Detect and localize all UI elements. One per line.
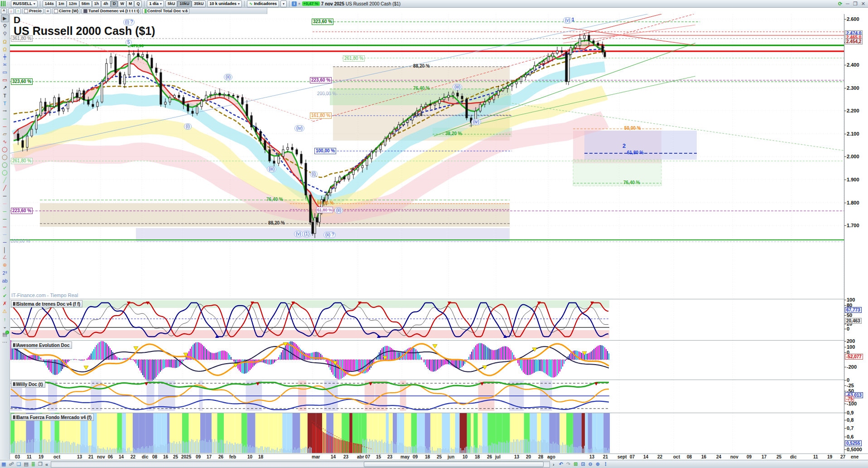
tunel-domenec-button[interactable]: Tunel Domenec v4 (t t t t t) bbox=[82, 8, 141, 14]
rect-red-tool[interactable]: ▭ bbox=[1, 76, 9, 84]
timeframe-button-1h[interactable]: 1h bbox=[92, 0, 101, 7]
date-axis[interactable]: 031119oct1321nov061422dic081625202509172… bbox=[10, 453, 868, 460]
callout-tool[interactable]: T bbox=[1, 99, 9, 107]
letters-tool[interactable]: ab bbox=[1, 277, 9, 284]
panel-header[interactable]: Willy Doc (t) bbox=[11, 380, 45, 388]
up-arrow-tool[interactable]: ↑ bbox=[1, 315, 9, 323]
hline-green2-tool[interactable]: ─ bbox=[1, 207, 9, 215]
duration-dropdown[interactable]: 1 día ▾ bbox=[147, 0, 164, 7]
ruler-tool[interactable]: ▱ bbox=[1, 130, 9, 138]
alarm-cursor-tool[interactable]: Ω bbox=[1, 38, 9, 45]
zoom-fit-icon[interactable]: ⊡ bbox=[581, 461, 585, 467]
depth-icon[interactable]: ≣ bbox=[31, 461, 35, 467]
more-tool[interactable]: ⋯ bbox=[1, 338, 9, 346]
elliott-wave-label[interactable]: (i) bbox=[310, 171, 318, 177]
chart-canvas[interactable]: D US Russell 2000 Cash ($1) IT-Finance.c… bbox=[10, 14, 844, 453]
panel-header[interactable]: Awesome Evolution Doc bbox=[11, 341, 72, 349]
minimize-button[interactable]: ─ bbox=[846, 1, 849, 6]
unit-button-10kU[interactable]: 10kU bbox=[177, 0, 192, 7]
restore-button[interactable]: ❐ bbox=[853, 1, 858, 7]
line-lightgreen-tool[interactable]: ╱ bbox=[1, 176, 9, 184]
elliott-wave-label[interactable]: 1 bbox=[572, 17, 574, 23]
thumb-up-tool[interactable]: ✔ bbox=[1, 292, 9, 300]
price-axis[interactable]: 1008067,7735020,4632002001000-52,077-200… bbox=[844, 14, 868, 453]
panel-separator[interactable] bbox=[10, 380, 868, 380]
units-dropdown[interactable]: 10 k unidades ▾ bbox=[207, 0, 242, 7]
warning-tool[interactable]: ⚠ bbox=[1, 307, 9, 315]
panel-separator[interactable] bbox=[10, 413, 868, 413]
elliott-wave-label[interactable]: (ii) bbox=[334, 207, 343, 214]
ellipse-brown-tool[interactable]: ◯ bbox=[1, 153, 9, 161]
arrow-tool[interactable]: ↗ bbox=[1, 84, 9, 92]
list-settings-button[interactable]: ≡ bbox=[45, 8, 51, 14]
timeframe-button-4h[interactable]: 4h bbox=[101, 0, 111, 7]
cierre-toggle[interactable]: Cierre (W) bbox=[52, 8, 80, 14]
chart-window-icon[interactable]: ❐ bbox=[38, 461, 43, 467]
ellipse-green-tool[interactable]: ◯ bbox=[1, 161, 9, 169]
timeframe-button-M[interactable]: M bbox=[126, 0, 135, 7]
precio-toggle[interactable]: Precio bbox=[22, 8, 43, 14]
add-chart-icon[interactable]: ⊞ bbox=[574, 461, 578, 467]
horizontal-scrollbar[interactable] bbox=[51, 461, 550, 468]
symbol-dropdown[interactable]: RUSSELL ▾ bbox=[11, 0, 38, 7]
collapse-tool[interactable]: ⌄ bbox=[1, 323, 9, 331]
hline-red2-tool[interactable]: ─ bbox=[1, 223, 9, 230]
refresh-icon[interactable]: ⟳ bbox=[838, 1, 842, 7]
link-tool[interactable]: ⊸ bbox=[1, 107, 9, 115]
zoom-out-icon[interactable]: ⊖ bbox=[588, 461, 593, 467]
panel-header[interactable]: Barra Fuerza Fondo Mercado v4 (f) bbox=[11, 414, 94, 421]
point-tool[interactable]: ┿ bbox=[1, 53, 9, 61]
undo-icon[interactable]: ↶ bbox=[559, 461, 563, 467]
elliott-wave-label[interactable]: (ii) bbox=[224, 74, 232, 80]
timeframe-button-1m[interactable]: 1m bbox=[56, 0, 67, 7]
control-total-button[interactable]: ||| Control Total Doc v.6 bbox=[142, 8, 189, 14]
indicators-button[interactable]: ∿ Indicadores bbox=[247, 0, 279, 7]
panel-separator[interactable] bbox=[10, 340, 868, 341]
hline-pink-tool[interactable]: ─ bbox=[1, 200, 9, 207]
segments-tool[interactable]: ≍ bbox=[1, 61, 9, 68]
elliott-wave-label[interactable]: (i) bbox=[184, 123, 192, 130]
angle-tool[interactable]: ∠ bbox=[1, 253, 9, 261]
timeframe-button-D[interactable]: D bbox=[111, 0, 118, 7]
panel-header[interactable]: Sistema de trenes Doc v4 (f f) bbox=[11, 300, 82, 307]
elliott-wave-label[interactable]: (iii) bbox=[453, 84, 462, 90]
elliott-wave-label[interactable]: (v) bbox=[563, 17, 572, 24]
scrollbar-thumb[interactable] bbox=[364, 462, 544, 467]
chart-plot[interactable] bbox=[10, 14, 844, 453]
elliott-wave-label[interactable]: (iv) bbox=[471, 119, 481, 125]
indicators-more-dropdown[interactable]: ▾ bbox=[280, 0, 287, 7]
cross-tool[interactable]: ✗ bbox=[1, 300, 9, 307]
columns-icon[interactable]: ⋮ bbox=[603, 461, 608, 467]
zoom-tool[interactable]: ⚲ bbox=[1, 22, 9, 30]
app-icon[interactable]: ▦ bbox=[1, 461, 6, 467]
text-tool[interactable]: T bbox=[1, 92, 9, 99]
panel-separator[interactable] bbox=[10, 299, 868, 299]
ellipse-red-tool[interactable]: ◯ bbox=[1, 146, 9, 153]
collapse-toolbar-button[interactable]: ^ bbox=[1, 8, 7, 14]
elliott-wave-label[interactable]: (iii) bbox=[267, 166, 276, 172]
comment-icon[interactable]: ❏ bbox=[17, 461, 21, 467]
elliott-wave-label[interactable]: (i) ? bbox=[123, 19, 135, 25]
arrow-up-icon[interactable]: ↑ bbox=[15, 8, 21, 14]
vline-tool[interactable]: │ bbox=[1, 246, 9, 253]
timeframe-button-56m[interactable]: 56m bbox=[79, 0, 92, 7]
scroll-right-icon[interactable]: › bbox=[553, 462, 555, 467]
elliott-wave-label[interactable]: (v) bbox=[294, 231, 303, 237]
zoom-in-icon[interactable]: ⊕ bbox=[596, 461, 600, 467]
wave-tool[interactable]: ∿ bbox=[1, 138, 9, 146]
hline-red-tool[interactable]: ─ bbox=[1, 122, 9, 130]
hline-green-tool[interactable]: ─ bbox=[1, 115, 9, 122]
ellipse-fill-tool[interactable]: ◯ bbox=[1, 169, 9, 176]
hline-darkblue-tool[interactable]: ─ bbox=[1, 238, 9, 246]
elliott-wave-label[interactable]: (iv) bbox=[294, 125, 304, 132]
elliott-wave-label[interactable]: (ii) ? bbox=[323, 232, 336, 238]
collapse-left-icon[interactable]: « bbox=[45, 462, 48, 467]
timeframe-button-12m[interactable]: 12m bbox=[67, 0, 79, 7]
timeframe-button-144s[interactable]: 144s bbox=[43, 0, 56, 7]
rect-blue-tool[interactable]: ▭ bbox=[1, 68, 9, 76]
elliott-wave-label[interactable]: (1) bbox=[302, 231, 311, 237]
news-icon[interactable]: ▤ bbox=[24, 461, 28, 467]
share-icon[interactable]: ☍ bbox=[9, 461, 14, 467]
info-icon[interactable]: i bbox=[292, 1, 297, 6]
hline-darkgreen-tool[interactable]: ─ bbox=[1, 215, 9, 223]
